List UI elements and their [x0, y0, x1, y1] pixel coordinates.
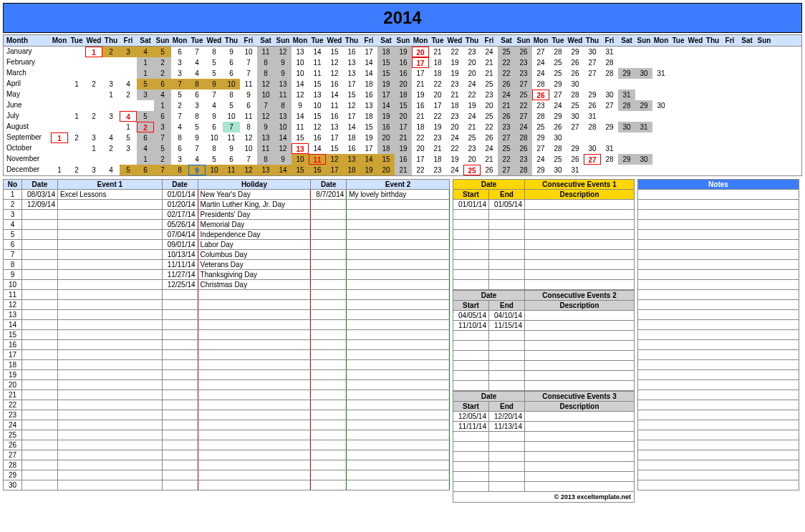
day-cell[interactable]: 20: [412, 143, 429, 154]
day-cell[interactable]: [704, 47, 721, 57]
day-cell[interactable]: 30: [549, 132, 567, 143]
day-cell[interactable]: 31: [567, 165, 584, 175]
cell[interactable]: [311, 250, 347, 260]
cell[interactable]: [198, 460, 311, 470]
cell[interactable]: 14: [4, 320, 22, 330]
cell[interactable]: [198, 300, 311, 310]
day-cell[interactable]: 8: [257, 57, 274, 68]
day-cell[interactable]: [68, 154, 85, 165]
cell[interactable]: 09/01/14: [162, 240, 198, 250]
day-cell[interactable]: 2: [68, 165, 85, 175]
day-cell[interactable]: [738, 79, 756, 90]
day-cell[interactable]: 13: [274, 111, 291, 122]
notes-cell[interactable]: [638, 440, 799, 450]
cell[interactable]: [347, 250, 450, 260]
day-cell[interactable]: 18: [360, 79, 377, 90]
day-cell[interactable]: [756, 122, 773, 132]
day-cell[interactable]: 24: [463, 79, 481, 90]
day-cell[interactable]: 23: [515, 57, 532, 68]
cell[interactable]: [21, 240, 57, 250]
day-cell[interactable]: [704, 111, 721, 122]
day-cell[interactable]: 19: [429, 122, 446, 132]
cell[interactable]: [525, 210, 635, 220]
day-cell[interactable]: 11: [223, 165, 240, 175]
day-cell[interactable]: 7: [240, 154, 257, 165]
day-cell[interactable]: 8: [257, 68, 274, 79]
cell[interactable]: Presidents' Day: [198, 210, 311, 220]
day-cell[interactable]: 19: [446, 68, 463, 79]
day-cell[interactable]: [738, 132, 756, 143]
cell[interactable]: [198, 330, 311, 340]
day-cell[interactable]: [652, 143, 670, 154]
cell[interactable]: [57, 370, 162, 380]
cell[interactable]: [21, 380, 57, 390]
day-cell[interactable]: [652, 165, 670, 175]
cell[interactable]: [162, 420, 198, 430]
cell[interactable]: [453, 230, 489, 240]
cell[interactable]: Labor Day: [198, 240, 311, 250]
cell[interactable]: 04/10/14: [489, 311, 525, 321]
day-cell[interactable]: 29: [618, 68, 635, 79]
cell[interactable]: [21, 390, 57, 400]
day-cell[interactable]: 9: [274, 68, 291, 79]
day-cell[interactable]: [738, 122, 756, 132]
cell[interactable]: [453, 351, 489, 361]
day-cell[interactable]: 15: [360, 122, 377, 132]
day-cell[interactable]: 17: [360, 47, 377, 57]
day-cell[interactable]: 13: [343, 68, 360, 79]
cell[interactable]: [311, 420, 347, 430]
day-cell[interactable]: 18: [412, 122, 429, 132]
day-cell[interactable]: [120, 57, 137, 68]
cell[interactable]: [21, 290, 57, 300]
day-cell[interactable]: 28: [515, 132, 532, 143]
day-cell[interactable]: [721, 154, 738, 165]
day-cell[interactable]: [721, 68, 738, 79]
cell[interactable]: [525, 462, 635, 472]
day-cell[interactable]: 20: [395, 111, 412, 122]
cell[interactable]: [525, 270, 635, 280]
day-cell[interactable]: 22: [412, 165, 429, 175]
cell[interactable]: [21, 400, 57, 410]
day-cell[interactable]: [51, 143, 68, 154]
day-cell[interactable]: 1: [85, 143, 102, 154]
day-cell[interactable]: 9: [291, 100, 309, 111]
cell[interactable]: [489, 482, 525, 492]
day-cell[interactable]: 19: [377, 79, 395, 90]
cell[interactable]: [489, 341, 525, 351]
day-cell[interactable]: 25: [463, 165, 481, 175]
day-cell[interactable]: 8: [206, 143, 223, 154]
cell[interactable]: [347, 220, 450, 230]
day-cell[interactable]: 17: [343, 111, 360, 122]
day-cell[interactable]: [756, 90, 773, 100]
day-cell[interactable]: 7: [240, 57, 257, 68]
day-cell[interactable]: 3: [85, 165, 102, 175]
day-cell[interactable]: 21: [395, 132, 412, 143]
day-cell[interactable]: 27: [532, 47, 549, 57]
notes-cell[interactable]: [638, 460, 799, 470]
day-cell[interactable]: [687, 90, 704, 100]
day-cell[interactable]: 10: [291, 57, 309, 68]
cell[interactable]: [489, 452, 525, 462]
cell[interactable]: 30: [4, 480, 22, 490]
day-cell[interactable]: 30: [567, 79, 584, 90]
day-cell[interactable]: [756, 132, 773, 143]
day-cell[interactable]: 25: [532, 122, 549, 132]
day-cell[interactable]: 6: [137, 132, 154, 143]
day-cell[interactable]: 10: [291, 154, 309, 165]
day-cell[interactable]: 15: [395, 100, 412, 111]
cell[interactable]: [57, 250, 162, 260]
cell[interactable]: [347, 380, 450, 390]
cell[interactable]: [453, 361, 489, 371]
day-cell[interactable]: 3: [85, 132, 102, 143]
cell[interactable]: [347, 350, 450, 360]
cell[interactable]: [489, 270, 525, 280]
notes-cell[interactable]: [638, 300, 799, 310]
day-cell[interactable]: 1: [154, 100, 171, 111]
day-cell[interactable]: [618, 57, 635, 68]
day-cell[interactable]: 24: [463, 111, 481, 122]
day-cell[interactable]: [652, 90, 670, 100]
day-cell[interactable]: [687, 122, 704, 132]
day-cell[interactable]: [670, 143, 687, 154]
cell[interactable]: [347, 460, 450, 470]
cell[interactable]: [198, 450, 311, 460]
